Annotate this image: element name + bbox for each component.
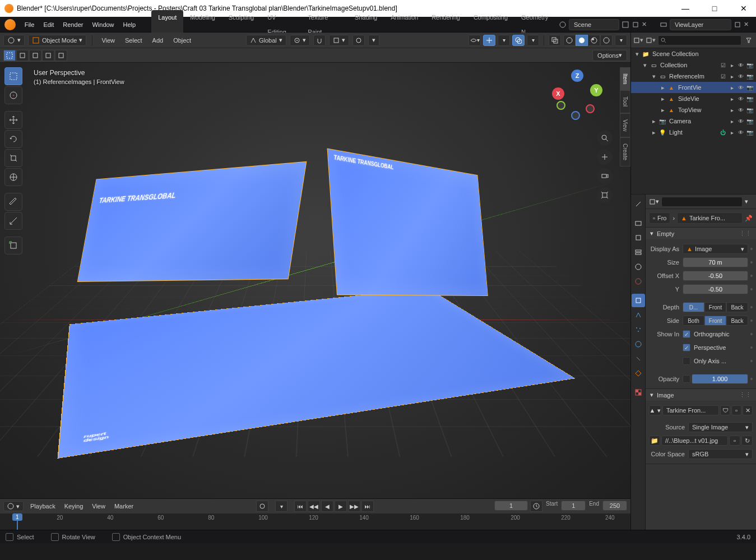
anim-dot[interactable] [750,275,753,277]
axis-y-icon[interactable]: Y [590,84,602,96]
render-icon[interactable]: 📷 [746,73,754,80]
perspective-checkbox[interactable]: ✓Perspective [683,344,748,351]
timeline-track[interactable]: 1 20 40 60 80 100 120 140 160 180 200 22… [0,513,630,530]
overlay-dropdown[interactable]: ▾ [527,35,539,46]
scene-delete-icon[interactable]: ✕ [642,21,650,29]
outliner-frontview[interactable]: ▸▲ FrontVie ▸👁📷 [631,82,756,93]
perspective-toggle-button[interactable] [597,187,613,203]
viewlayer-new-icon[interactable] [734,21,741,29]
reload-button[interactable]: ↻ [741,436,753,446]
snap-toggle[interactable] [313,35,326,46]
orthographic-checkbox[interactable]: ✓Orthographic [683,330,748,338]
outliner-reference-collection[interactable]: ▾▭ ReferenceIm ☑▸👁📷 [631,71,756,82]
shading-wireframe[interactable] [563,35,576,46]
render-icon[interactable]: 📷 [746,107,754,113]
render-icon[interactable]: 📷 [746,129,754,136]
viewlayer-field[interactable]: ViewLayer [670,19,731,30]
ptab-physics[interactable] [632,337,645,351]
outliner-topview[interactable]: ▸▲ TopView ▸👁📷 [631,104,756,115]
anim-dot[interactable] [750,288,753,290]
outliner-sideview[interactable]: ▸▲ SideVie ▸👁📷 [631,93,756,104]
side-view-plane[interactable]: TARKINE TRANSGLOBAL [77,161,307,282]
ptab-output[interactable] [632,231,645,244]
overlay-toggle[interactable] [512,35,525,46]
outliner-display-mode[interactable]: ▾ [646,35,656,45]
minimize-button[interactable]: ― [678,4,693,13]
depth-front[interactable]: Front [704,302,726,312]
maximize-button[interactable]: □ [707,4,722,13]
source-dropdown[interactable]: Single Image▾ [688,422,753,432]
open-file-button[interactable]: 📁 [649,436,660,446]
vis-toggle[interactable]: ▾ [469,35,481,46]
header-select[interactable]: Select [122,37,146,44]
depth-segment[interactable]: D... Front Back [683,302,748,312]
anim-dot[interactable] [750,320,753,322]
play-button[interactable]: ▶ [335,501,347,512]
properties-options-icon[interactable]: ▾ [745,198,753,205]
outliner-camera[interactable]: ▸📷 Camera ▸👁📷 [631,115,756,127]
render-icon[interactable]: 📷 [746,62,754,68]
blender-icon[interactable] [4,19,16,30]
viewport-3d[interactable]: rupertdesign TARKINE TRANSGLOBAL TARKINE… [0,63,630,498]
depth-default[interactable]: D... [683,302,704,312]
exclude-icon[interactable]: ▸ [728,62,736,68]
tool-cursor[interactable] [4,86,22,104]
checkbox-icon[interactable]: ☑ [719,73,727,80]
side-front[interactable]: Front [704,316,726,326]
ntab-item[interactable]: Item [620,67,630,90]
axis-neg-y-icon[interactable] [556,101,565,110]
tool-scale[interactable] [4,149,22,167]
anim-dot[interactable] [750,360,753,362]
pin-icon[interactable]: 📌 [745,215,753,222]
proportional-dropdown[interactable]: ▾ [368,35,379,46]
axis-neg-z-icon[interactable] [571,111,580,120]
ptab-texture[interactable] [632,386,645,399]
ptab-particles[interactable] [632,323,645,336]
light-toggle-icon[interactable]: ⏻ [719,129,727,136]
current-frame-field[interactable]: 1 [494,501,528,511]
ptab-render[interactable] [632,216,645,230]
ptab-scene[interactable] [632,260,645,274]
tool-transform[interactable] [4,168,22,186]
playhead[interactable]: 1 [17,513,18,530]
unlink-button[interactable]: ✕ [743,405,753,415]
display-as-dropdown[interactable]: ▲Image▾ [683,244,748,254]
panel-header-empty[interactable]: ▾Empty⋮⋮ [646,228,756,239]
jump-end-button[interactable]: ⏭ [361,501,374,512]
tool-options-dropdown[interactable]: Options ▾ [592,50,627,61]
outliner-collection[interactable]: ▾▭ Collection ☑▸👁📷 [631,59,756,71]
autokey-dropdown[interactable]: ▾ [275,501,287,512]
image-browse-dropdown[interactable]: ▲▾ [649,405,661,415]
anim-dot[interactable] [750,261,753,263]
anim-dot[interactable] [750,333,753,335]
select-mode-subtract[interactable] [29,50,41,61]
tool-move[interactable] [4,111,22,129]
exclude-icon[interactable]: ▸ [728,118,736,124]
filepath-field[interactable]: //..\Bluep...t v01.jpg [661,436,728,446]
menu-render[interactable]: Render [58,17,87,33]
tool-rotate[interactable] [4,130,22,148]
shading-dropdown[interactable]: ▾ [615,35,627,46]
front-view-plane[interactable]: TARKINE TRANSGLOBAL [327,148,488,296]
outliner-light[interactable]: ▸💡 Light ⏻▸👁📷 [631,127,756,138]
outliner-filter-icon[interactable] [744,35,754,45]
timeline-editor-type[interactable]: ▾ [3,501,24,511]
tool-annotate[interactable] [4,193,22,211]
menu-file[interactable]: File [20,17,39,33]
camera-view-button[interactable] [597,168,613,184]
exclude-icon[interactable]: ▸ [728,73,736,80]
render-icon[interactable]: 📷 [746,96,754,102]
offsety-field[interactable]: -0.50 [683,284,748,294]
select-mode-box[interactable] [3,50,16,61]
clock-icon[interactable] [530,501,542,512]
start-frame-field[interactable]: 1 [561,501,586,511]
ptab-tool[interactable] [632,197,645,211]
shading-solid[interactable] [576,35,588,46]
fake-user-button[interactable]: 🛡 [720,405,730,415]
panel-header-image[interactable]: ▾Image⋮⋮ [646,389,756,401]
menu-window[interactable]: Window [87,17,118,33]
play-reverse-button[interactable]: ◀ [321,501,333,512]
exclude-icon[interactable]: ▸ [728,129,736,136]
exclude-icon[interactable]: ▸ [728,85,736,91]
tool-add-cube[interactable] [4,237,22,254]
